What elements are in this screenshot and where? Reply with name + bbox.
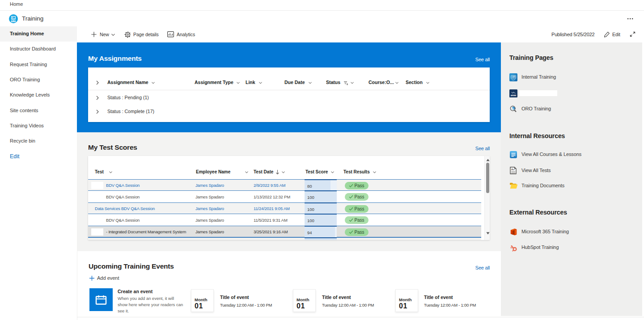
svg-text:ARMS: ARMS xyxy=(511,94,517,97)
svg-text:A+: A+ xyxy=(511,168,515,171)
svg-text:HR: HR xyxy=(512,76,515,78)
